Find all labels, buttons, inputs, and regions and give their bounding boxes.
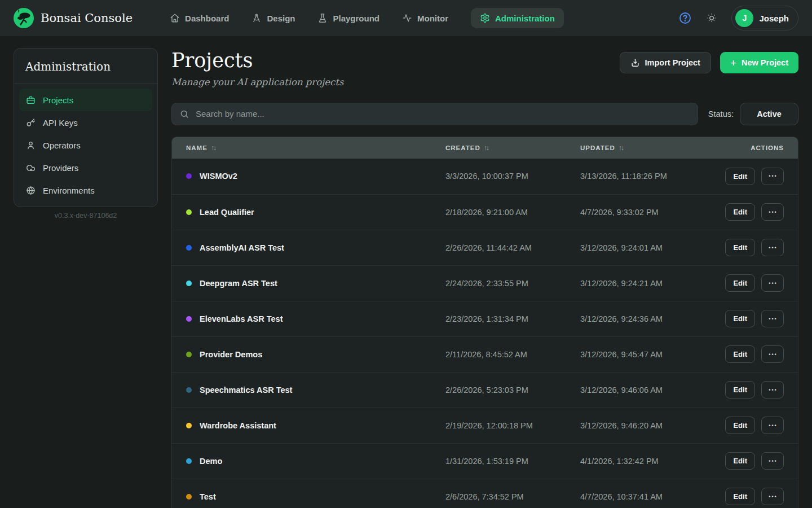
help-icon[interactable] (678, 11, 692, 25)
project-name: Provider Demos (200, 350, 262, 359)
column-header-name[interactable]: Name ↑↓ (186, 144, 445, 152)
sidebar-item-label: Providers (43, 163, 78, 173)
sidebar-item-label: Operators (43, 141, 81, 150)
sidebar-item-api-keys[interactable]: API Keys (19, 111, 152, 134)
import-project-button[interactable]: Import Project (620, 52, 711, 73)
status-select[interactable]: Active (740, 103, 798, 125)
search-input[interactable] (196, 109, 690, 119)
more-actions-button[interactable]: ••• (761, 310, 784, 327)
more-actions-button[interactable]: ••• (761, 168, 784, 185)
more-actions-button[interactable]: ••• (761, 381, 784, 398)
name-cell: WISMOv2 (186, 172, 445, 181)
main-content: Projects Manage your AI application proj… (171, 36, 798, 508)
header-actions: Import Project + New Project (620, 52, 798, 73)
nav-item-label: Administration (495, 14, 555, 23)
nav-item-dashboard[interactable]: Dashboard (170, 13, 229, 23)
sidebar-item-operators[interactable]: Operators (19, 134, 152, 156)
more-actions-button[interactable]: ••• (761, 488, 784, 505)
table-row: Demo 1/31/2026, 1:53:19 PM 4/1/2026, 1:3… (172, 443, 798, 479)
edit-button[interactable]: Edit (725, 239, 755, 256)
page-header: Projects Manage your AI application proj… (171, 50, 798, 87)
created-cell: 2/26/2026, 5:23:03 PM (445, 386, 580, 395)
edit-button[interactable]: Edit (725, 452, 755, 470)
briefcase-icon (26, 95, 36, 105)
actions-cell: Edit ••• (705, 239, 784, 256)
import-project-label: Import Project (645, 58, 700, 67)
nav-item-monitor[interactable]: Monitor (402, 13, 448, 23)
more-actions-button[interactable]: ••• (761, 345, 784, 363)
more-actions-button[interactable]: ••• (761, 274, 784, 292)
edit-button[interactable]: Edit (725, 488, 755, 505)
user-name: Joseph (759, 14, 789, 23)
sort-icon[interactable]: ↑↓ (484, 144, 488, 152)
sort-icon[interactable]: ↑↓ (211, 144, 215, 152)
column-header-created[interactable]: Created ↑↓ (445, 144, 580, 152)
created-cell: 3/3/2026, 10:00:37 PM (445, 172, 580, 181)
projects-table: Name ↑↓ Created ↑↓ Updated ↑↓ Actions WI… (171, 137, 798, 508)
brand[interactable]: Bonsai Console (14, 8, 133, 28)
actions-cell: Edit ••• (705, 168, 784, 185)
sidebar-title: Administration (14, 49, 157, 84)
nav-item-design[interactable]: Design (251, 13, 295, 23)
project-color-dot (186, 494, 192, 500)
user-menu[interactable]: J Joseph (731, 6, 798, 30)
sidebar-item-label: Projects (43, 95, 73, 105)
edit-button[interactable]: Edit (725, 274, 755, 292)
filter-row: Status: Active (171, 103, 798, 125)
search-box[interactable] (171, 103, 698, 125)
actions-cell: Edit ••• (705, 452, 784, 470)
edit-button[interactable]: Edit (725, 203, 755, 221)
search-icon (179, 109, 189, 119)
sidebar-item-label: API Keys (43, 118, 78, 128)
table-row: AssemblyAI ASR Test 2/26/2026, 11:44:42 … (172, 230, 798, 265)
project-name: Deepgram ASR Test (200, 279, 277, 288)
more-actions-button[interactable]: ••• (761, 203, 784, 221)
updated-cell: 3/12/2026, 9:24:01 AM (580, 243, 705, 252)
theme-toggle-sun-icon[interactable] (705, 12, 718, 24)
avatar: J (735, 9, 753, 27)
updated-cell: 4/7/2026, 9:33:02 PM (580, 208, 705, 217)
created-cell: 2/24/2026, 2:33:55 PM (445, 279, 580, 288)
project-color-dot (186, 352, 192, 357)
more-actions-button[interactable]: ••• (761, 239, 784, 256)
sidebar-item-label: Environments (43, 186, 95, 195)
sidebar-item-providers[interactable]: Providers (19, 156, 152, 179)
edit-button[interactable]: Edit (725, 310, 755, 327)
created-cell: 2/19/2026, 12:00:18 PM (445, 421, 580, 430)
nav-item-administration[interactable]: Administration (471, 8, 564, 28)
edit-button[interactable]: Edit (725, 381, 755, 398)
edit-button[interactable]: Edit (725, 345, 755, 363)
project-color-dot (186, 245, 192, 251)
created-cell: 2/11/2026, 8:45:52 AM (445, 350, 580, 359)
project-color-dot (186, 387, 192, 393)
name-cell: Wardrobe Assistant (186, 421, 445, 430)
version-label: v0.3.x-dev-87106d2 (14, 212, 158, 220)
nav-item-label: Dashboard (185, 14, 229, 23)
project-name: Lead Qualifier (200, 208, 254, 217)
column-header-updated[interactable]: Updated ↑↓ (580, 144, 705, 152)
sort-icon[interactable]: ↑↓ (619, 144, 623, 152)
page-subtitle: Manage your AI application projects (171, 77, 343, 87)
sidebar-list: Projects API Keys Operators Providers En… (14, 84, 157, 207)
project-color-dot (186, 209, 192, 215)
edit-button[interactable]: Edit (725, 168, 755, 185)
nav-item-label: Playground (333, 14, 379, 23)
table-row: Wardrobe Assistant 2/19/2026, 12:00:18 P… (172, 408, 798, 443)
edit-button[interactable]: Edit (725, 417, 755, 434)
status-filter: Status: Active (708, 103, 798, 125)
top-nav-right: J Joseph (678, 6, 798, 30)
more-actions-button[interactable]: ••• (761, 452, 784, 470)
sidebar-item-environments[interactable]: Environments (19, 179, 152, 202)
nav-item-label: Design (267, 14, 295, 23)
new-project-button[interactable]: + New Project (720, 52, 798, 73)
sidebar-item-projects[interactable]: Projects (19, 89, 152, 111)
nav-item-playground[interactable]: Playground (317, 13, 379, 23)
actions-cell: Edit ••• (705, 381, 784, 398)
actions-cell: Edit ••• (705, 274, 784, 292)
admin-sidebar: Administration Projects API Keys Operato… (14, 48, 158, 207)
more-actions-button[interactable]: ••• (761, 417, 784, 434)
created-cell: 2/18/2026, 9:21:00 AM (445, 208, 580, 217)
name-cell: Speechmatics ASR Test (186, 386, 445, 395)
table-body: WISMOv2 3/3/2026, 10:00:37 PM 3/13/2026,… (172, 159, 798, 508)
globe-icon (26, 186, 36, 195)
